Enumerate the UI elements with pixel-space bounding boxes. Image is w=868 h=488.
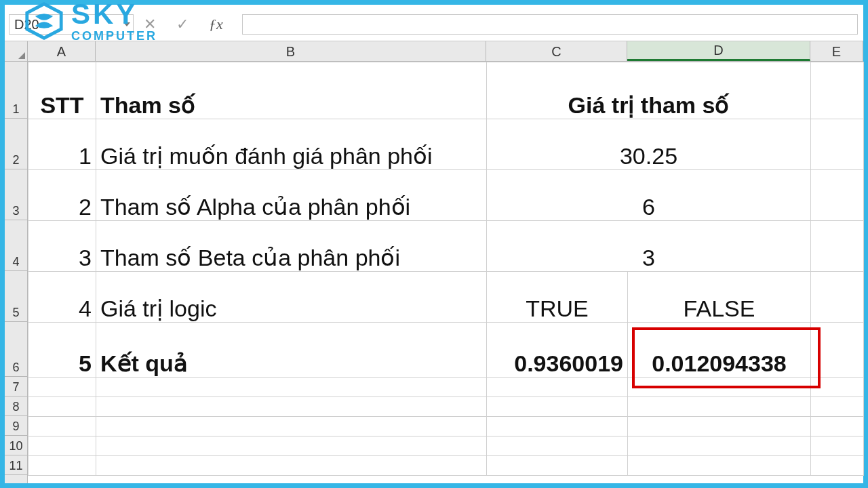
cell-E5[interactable] xyxy=(811,272,864,323)
cell-A11[interactable] xyxy=(28,456,96,476)
row-header-10[interactable]: 10 xyxy=(5,436,27,455)
cell-C7[interactable] xyxy=(487,378,628,397)
cell-E9[interactable] xyxy=(811,417,864,436)
row-headers: 1 2 3 4 5 6 7 8 9 10 11 xyxy=(5,62,28,483)
col-header-A[interactable]: A xyxy=(28,41,96,61)
row-header-9[interactable]: 9 xyxy=(5,416,27,436)
row-header-1[interactable]: 1 xyxy=(5,62,27,119)
insert-function-icon[interactable]: ƒx xyxy=(209,16,223,33)
cell-A2[interactable]: 1 xyxy=(28,119,96,170)
cell-B2[interactable]: Giá trị muốn đánh giá phân phối xyxy=(96,119,487,170)
cell-A10[interactable] xyxy=(28,436,96,456)
cell-D11[interactable] xyxy=(628,456,811,476)
cell-E3[interactable] xyxy=(811,170,864,221)
cell-C9[interactable] xyxy=(487,417,628,436)
row-header-5[interactable]: 5 xyxy=(5,271,27,322)
cell-C6[interactable]: 0.9360019 xyxy=(487,323,628,378)
row-header-11[interactable]: 11 xyxy=(5,455,27,475)
cell-B5[interactable]: Giá trị logic xyxy=(96,272,487,323)
cell-B8[interactable] xyxy=(96,397,487,417)
cell-E11[interactable] xyxy=(811,456,864,476)
cell-A4[interactable]: 3 xyxy=(28,221,96,272)
cells-area[interactable]: STT Tham số Giá trị tham số 1 Giá trị mu… xyxy=(28,62,864,483)
cell-CD1[interactable]: Giá trị tham số xyxy=(487,62,811,119)
cell-E8[interactable] xyxy=(811,397,864,417)
cell-C10[interactable] xyxy=(487,436,628,456)
cell-E1[interactable] xyxy=(811,62,864,119)
cell-B10[interactable] xyxy=(96,436,487,456)
enter-icon[interactable]: ✓ xyxy=(176,16,189,33)
cell-E6[interactable] xyxy=(811,323,864,378)
cell-D10[interactable] xyxy=(628,436,811,456)
cell-B3[interactable]: Tham số Alpha của phân phối xyxy=(96,170,487,221)
spreadsheet-grid[interactable]: STT Tham số Giá trị tham số 1 Giá trị mu… xyxy=(28,62,864,476)
formula-input[interactable] xyxy=(242,14,858,35)
cell-B6[interactable]: Kết quả xyxy=(96,323,487,378)
cell-D8[interactable] xyxy=(628,397,811,417)
cell-B9[interactable] xyxy=(96,417,487,436)
col-header-C[interactable]: C xyxy=(486,41,627,61)
formula-bar: D20 ✕ ✓ ƒx SKY COMPUTER xyxy=(5,5,863,41)
name-box[interactable]: D20 xyxy=(9,14,134,35)
cell-B11[interactable] xyxy=(96,456,487,476)
cancel-icon[interactable]: ✕ xyxy=(144,16,156,33)
cell-A9[interactable] xyxy=(28,417,96,436)
cell-C11[interactable] xyxy=(487,456,628,476)
cell-A3[interactable]: 2 xyxy=(28,170,96,221)
row-header-4[interactable]: 4 xyxy=(5,220,27,271)
cell-B4[interactable]: Tham số Beta của phân phối xyxy=(96,221,487,272)
cell-A1[interactable]: STT xyxy=(28,62,96,119)
cell-A5[interactable]: 4 xyxy=(28,272,96,323)
cell-D9[interactable] xyxy=(628,417,811,436)
row-header-3[interactable]: 3 xyxy=(5,169,27,220)
cell-CD2[interactable]: 30.25 xyxy=(487,119,811,170)
name-box-dropdown-icon[interactable] xyxy=(123,22,130,26)
formula-bar-buttons: ✕ ✓ ƒx xyxy=(144,14,223,35)
cell-E7[interactable] xyxy=(811,378,864,397)
cell-D5[interactable]: FALSE xyxy=(628,272,811,323)
column-headers: A B C D E xyxy=(5,41,863,62)
col-header-E[interactable]: E xyxy=(810,41,863,61)
cell-A7[interactable] xyxy=(28,378,96,397)
select-all-corner[interactable] xyxy=(5,41,28,61)
cell-C8[interactable] xyxy=(487,397,628,417)
row-header-7[interactable]: 7 xyxy=(5,377,27,396)
cell-B1[interactable]: Tham số xyxy=(96,62,487,119)
cell-E2[interactable] xyxy=(811,119,864,170)
row-header-8[interactable]: 8 xyxy=(5,396,27,416)
cell-D6[interactable]: 0.012094338 xyxy=(628,323,811,378)
cell-A6[interactable]: 5 xyxy=(28,323,96,378)
cell-A8[interactable] xyxy=(28,397,96,417)
col-header-B[interactable]: B xyxy=(96,41,486,61)
cell-E4[interactable] xyxy=(811,221,864,272)
row-header-2[interactable]: 2 xyxy=(5,119,27,169)
cell-D7[interactable] xyxy=(628,378,811,397)
cell-C5[interactable]: TRUE xyxy=(487,272,628,323)
cell-CD4[interactable]: 3 xyxy=(487,221,811,272)
row-header-6[interactable]: 6 xyxy=(5,322,27,377)
name-box-value: D20 xyxy=(14,17,39,33)
col-header-D[interactable]: D xyxy=(627,41,810,61)
cell-B7[interactable] xyxy=(96,378,487,397)
cell-E10[interactable] xyxy=(811,436,864,456)
cell-CD3[interactable]: 6 xyxy=(487,170,811,221)
